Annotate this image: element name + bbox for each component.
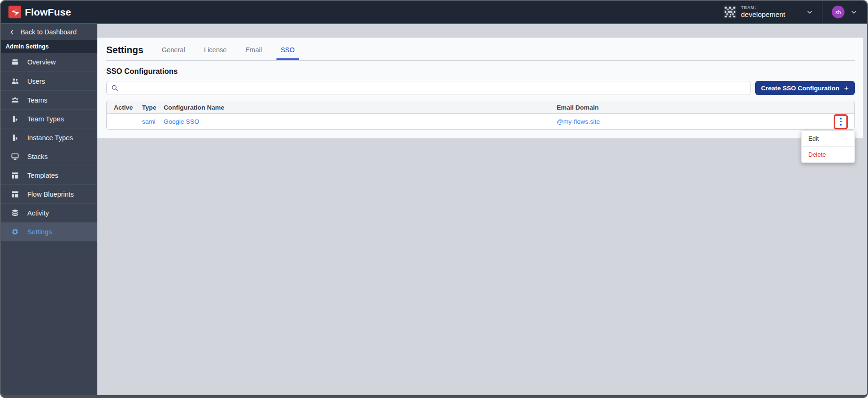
create-button-label: Create SSO Configuration (761, 85, 840, 92)
column-header-configuration-name: Configuration Name (164, 104, 557, 111)
sidebar-item-label: Teams (27, 96, 47, 104)
table-row[interactable]: saml Google SSO @my-flows.site Edit Dele… (107, 114, 854, 129)
tab-general[interactable]: General (158, 46, 189, 60)
tab-sso[interactable]: SSO (276, 46, 299, 60)
settings-gear-icon (11, 228, 19, 236)
settings-header: Settings General License Email SSO (106, 45, 855, 61)
row-context-menu: Edit Delete (801, 130, 855, 163)
column-header-email-domain: Email Domain (557, 104, 827, 111)
sso-configurations-table: Active Type Configuration Name Email Dom… (106, 101, 855, 130)
brand[interactable]: FlowFuse (8, 6, 98, 18)
chevron-left-icon (9, 29, 15, 35)
users-icon (11, 77, 19, 86)
sidebar-item-label: Team Types (27, 115, 64, 123)
tab-email[interactable]: Email (241, 46, 266, 60)
user-menu[interactable]: sh (822, 1, 867, 23)
sidebar-item-label: Settings (27, 228, 52, 236)
brand-name: FlowFuse (25, 7, 71, 18)
stacks-icon (11, 152, 19, 161)
sidebar-item-stacks[interactable]: Stacks (1, 147, 97, 166)
plus-icon: + (844, 84, 849, 92)
settings-tabs: General License Email SSO (158, 46, 299, 60)
sidebar-item-instance-types[interactable]: Instance Types (1, 128, 97, 147)
team-text: TEAM: developement (741, 5, 785, 18)
cell-type[interactable]: saml (142, 118, 164, 125)
user-avatar: sh (832, 6, 844, 18)
team-selector[interactable]: TEAM: developement (715, 1, 822, 23)
tab-license[interactable]: License (200, 46, 231, 60)
column-header-active: Active (114, 104, 142, 111)
team-types-icon (11, 115, 19, 123)
menu-item-delete[interactable]: Delete (802, 146, 854, 162)
sidebar-item-label: Overview (27, 58, 55, 66)
cell-configuration-name[interactable]: Google SSO (164, 118, 557, 125)
page-title: Settings (106, 45, 143, 60)
sidebar-item-templates[interactable]: Templates (1, 166, 97, 184)
navbar-right: TEAM: developement sh (715, 1, 867, 23)
team-label: TEAM: (741, 5, 785, 10)
blueprints-icon (11, 190, 19, 199)
top-navbar: FlowFuse TEAM: developement (1, 1, 867, 24)
chevron-down-icon (806, 8, 813, 16)
back-to-dashboard[interactable]: Back to Dashboard (1, 24, 97, 40)
create-sso-configuration-button[interactable]: Create SSO Configuration + (755, 81, 855, 95)
kebab-dot (840, 124, 842, 126)
cell-email-domain[interactable]: @my-flows.site (557, 118, 827, 125)
team-avatar-icon (724, 6, 736, 18)
team-name: developement (741, 10, 785, 18)
sidebar-item-users[interactable]: Users (1, 72, 97, 90)
search-icon (111, 84, 118, 92)
chevron-down-icon (850, 8, 858, 16)
sidebar-item-label: Activity (27, 209, 49, 217)
sidebar-item-overview[interactable]: Overview (1, 53, 97, 72)
sidebar-item-label: Stacks (27, 153, 48, 160)
app-window: FlowFuse TEAM: developement (0, 0, 868, 398)
sidebar-item-label: Instance Types (27, 134, 73, 142)
teams-icon (11, 96, 19, 104)
admin-sidebar: Back to Dashboard Admin Settings Overvie… (1, 24, 97, 395)
sso-toolbar: Create SSO Configuration + (106, 81, 855, 95)
templates-icon (11, 171, 19, 180)
sidebar-item-label: Flow Blueprints (27, 191, 74, 198)
sidebar-item-label: Users (27, 78, 45, 85)
instance-types-icon (11, 134, 19, 142)
sidebar-item-settings[interactable]: Settings (1, 222, 97, 241)
overview-icon (11, 58, 19, 66)
kebab-menu-button[interactable] (835, 116, 846, 128)
sidebar-item-label: Templates (27, 172, 58, 179)
column-header-type: Type (142, 104, 164, 111)
row-actions: Edit Delete (827, 116, 854, 128)
sidebar-item-activity[interactable]: Activity (1, 203, 97, 222)
back-label: Back to Dashboard (21, 28, 77, 36)
search-input[interactable] (122, 85, 746, 92)
main-area: Settings General License Email SSO SSO C… (97, 24, 867, 395)
table-header-row: Active Type Configuration Name Email Dom… (107, 101, 854, 114)
admin-settings-label: Admin Settings (1, 40, 97, 53)
kebab-dot (840, 121, 842, 123)
kebab-dot (840, 118, 842, 119)
search-box[interactable] (106, 81, 751, 95)
activity-icon (11, 209, 19, 217)
settings-panel: Settings General License Email SSO SSO C… (97, 38, 863, 138)
sidebar-item-flow-blueprints[interactable]: Flow Blueprints (1, 184, 97, 203)
menu-item-edit[interactable]: Edit (802, 131, 854, 146)
sidebar-nav: Overview Users Teams Team Types Instance… (1, 53, 97, 241)
flowfuse-logo-icon (8, 6, 21, 18)
sidebar-item-teams[interactable]: Teams (1, 90, 97, 109)
sidebar-item-team-types[interactable]: Team Types (1, 109, 97, 128)
sso-configurations-title: SSO Configurations (106, 67, 855, 76)
